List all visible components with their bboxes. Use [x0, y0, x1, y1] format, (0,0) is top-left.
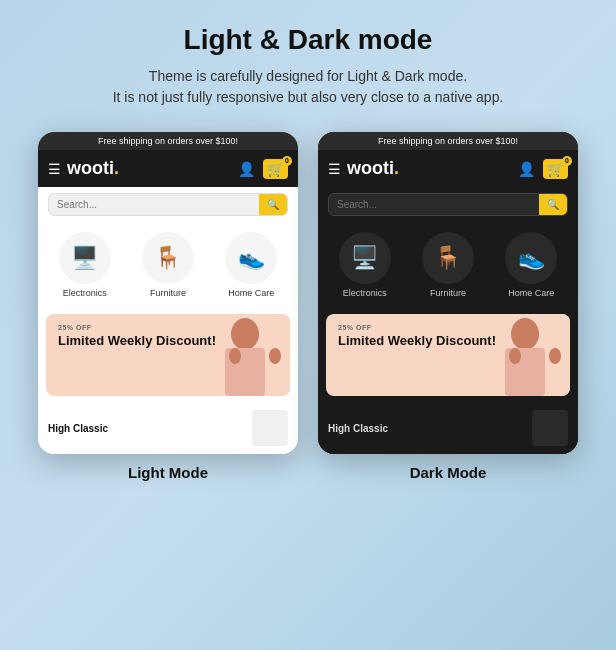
light-category-electronics[interactable]: 🖥️ Electronics — [46, 232, 123, 298]
dark-category-furniture[interactable]: 🪑 Furniture — [409, 232, 486, 298]
dark-search-button[interactable]: 🔍 — [539, 194, 567, 215]
light-search-wrapper: 🔍 — [48, 193, 288, 216]
light-promo-banner[interactable]: 25% OFF Limited Weekly Discount! — [46, 314, 290, 396]
light-product-row: High Classic — [38, 402, 298, 454]
light-search-bar: 🔍 — [38, 187, 298, 222]
light-product-image — [252, 410, 288, 446]
light-navbar: ☰ wooti. 👤 🛒 0 — [38, 150, 298, 187]
dark-user-icon[interactable]: 👤 — [518, 161, 535, 177]
page-subtitle: Theme is carefully designed for Light & … — [113, 66, 504, 108]
dark-navbar-left: ☰ wooti. — [328, 158, 399, 179]
light-brand: wooti. — [67, 158, 119, 179]
light-category-furniture[interactable]: 🪑 Furniture — [129, 232, 206, 298]
dark-category-label-homecare: Home Care — [508, 288, 554, 298]
dark-category-electronics[interactable]: 🖥️ Electronics — [326, 232, 403, 298]
electronics-icon: 🖥️ — [71, 245, 98, 271]
furniture-icon: 🪑 — [154, 245, 181, 271]
dark-navbar: ☰ wooti. 👤 🛒 0 — [318, 150, 578, 187]
light-navbar-left: ☰ wooti. — [48, 158, 119, 179]
homecare-icon: 👟 — [238, 245, 265, 271]
phones-container: Free shipping on orders over $100! ☰ woo… — [38, 132, 578, 481]
light-mode-label: Light Mode — [128, 464, 208, 481]
dark-product-row: High Classic — [318, 402, 578, 454]
light-category-circle-furniture: 🪑 — [142, 232, 194, 284]
light-category-label-electronics: Electronics — [63, 288, 107, 298]
dark-promo-title: Limited Weekly Discount! — [338, 333, 558, 349]
dark-category-label-electronics: Electronics — [343, 288, 387, 298]
light-category-label-homecare: Home Care — [228, 288, 274, 298]
dark-search-input[interactable] — [329, 194, 539, 215]
dark-mode-wrapper: Free shipping on orders over $100! ☰ woo… — [318, 132, 578, 481]
dark-cart-badge: 0 — [562, 156, 572, 166]
hamburger-icon[interactable]: ☰ — [48, 161, 61, 177]
dark-mode-label: Dark Mode — [410, 464, 487, 481]
dark-electronics-icon: 🖥️ — [351, 245, 378, 271]
dark-homecare-icon: 👟 — [518, 245, 545, 271]
svg-point-9 — [549, 348, 561, 364]
dark-furniture-icon: 🪑 — [434, 245, 461, 271]
dark-cart-wrapper[interactable]: 🛒 0 — [543, 160, 568, 178]
light-promo-text: 25% OFF Limited Weekly Discount! — [58, 324, 278, 349]
svg-point-3 — [229, 348, 241, 364]
dark-top-banner: Free shipping on orders over $100! — [318, 132, 578, 150]
light-promo-title: Limited Weekly Discount! — [58, 333, 278, 349]
light-promo-off: 25% OFF — [58, 324, 278, 331]
dark-category-homecare[interactable]: 👟 Home Care — [493, 232, 570, 298]
light-category-circle-homecare: 👟 — [225, 232, 277, 284]
dark-category-circle-furniture: 🪑 — [422, 232, 474, 284]
dark-search-wrapper: 🔍 — [328, 193, 568, 216]
light-product-label: High Classic — [48, 423, 108, 434]
light-navbar-right: 👤 🛒 0 — [238, 160, 288, 178]
dark-mode-phone: Free shipping on orders over $100! ☰ woo… — [318, 132, 578, 454]
light-top-banner: Free shipping on orders over $100! — [38, 132, 298, 150]
dark-category-circle-homecare: 👟 — [505, 232, 557, 284]
dark-product-label: High Classic — [328, 423, 388, 434]
light-search-input[interactable] — [49, 194, 259, 215]
dark-navbar-right: 👤 🛒 0 — [518, 160, 568, 178]
light-categories: 🖥️ Electronics 🪑 Furniture 👟 Home Care — [38, 222, 298, 308]
light-search-button[interactable]: 🔍 — [259, 194, 287, 215]
light-category-label-furniture: Furniture — [150, 288, 186, 298]
dark-promo-off: 25% OFF — [338, 324, 558, 331]
dark-product-image — [532, 410, 568, 446]
light-category-homecare[interactable]: 👟 Home Care — [213, 232, 290, 298]
cart-badge: 0 — [282, 156, 292, 166]
dark-hamburger-icon[interactable]: ☰ — [328, 161, 341, 177]
dark-category-label-furniture: Furniture — [430, 288, 466, 298]
light-mode-wrapper: Free shipping on orders over $100! ☰ woo… — [38, 132, 298, 481]
dark-brand: wooti. — [347, 158, 399, 179]
svg-point-4 — [269, 348, 281, 364]
light-category-circle-electronics: 🖥️ — [59, 232, 111, 284]
dark-promo-text: 25% OFF Limited Weekly Discount! — [338, 324, 558, 349]
page-title: Light & Dark mode — [184, 24, 433, 56]
dark-promo-banner[interactable]: 25% OFF Limited Weekly Discount! — [326, 314, 570, 396]
dark-category-circle-electronics: 🖥️ — [339, 232, 391, 284]
cart-wrapper[interactable]: 🛒 0 — [263, 160, 288, 178]
svg-point-8 — [509, 348, 521, 364]
light-mode-phone: Free shipping on orders over $100! ☰ woo… — [38, 132, 298, 454]
dark-search-bar: 🔍 — [318, 187, 578, 222]
user-icon[interactable]: 👤 — [238, 161, 255, 177]
dark-categories: 🖥️ Electronics 🪑 Furniture 👟 Home Care — [318, 222, 578, 308]
